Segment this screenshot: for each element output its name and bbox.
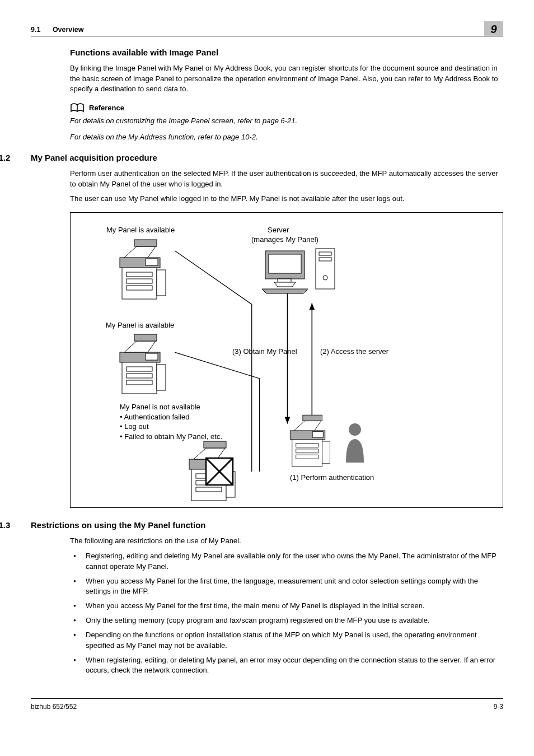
header-left: 9.1 Overview	[31, 25, 83, 35]
svg-rect-12	[269, 254, 301, 273]
list-item: Depending on the functions or option ins…	[70, 630, 503, 651]
diagram-label-available-1: My Panel is available	[106, 225, 175, 236]
svg-rect-46	[303, 415, 322, 421]
para-functions-available: By linking the Image Panel with My Panel…	[70, 63, 503, 95]
svg-rect-18	[122, 361, 157, 394]
list-item: When you access My Panel for the first t…	[70, 576, 503, 598]
header-section-num: 9.1	[31, 26, 40, 34]
svg-rect-10	[157, 270, 166, 296]
reference-header: Reference	[70, 102, 503, 114]
list-item: Only the setting memory (copy program an…	[70, 615, 503, 626]
svg-rect-26	[157, 365, 166, 390]
header-section-title: Overview	[53, 26, 84, 34]
book-open-icon	[70, 102, 85, 114]
diagram-label-available-2: My Panel is available	[106, 320, 174, 331]
svg-rect-13	[278, 279, 291, 282]
section-912: 9.1.2 My Panel acquisition procedure	[31, 152, 503, 169]
svg-marker-8	[124, 246, 156, 258]
svg-marker-45	[294, 421, 321, 431]
svg-rect-34	[204, 441, 226, 448]
diagram-not-available-group: My Panel is not available • Authenticati…	[120, 402, 222, 441]
mfp-x-icon	[184, 438, 240, 507]
svg-rect-25	[134, 334, 157, 341]
svg-marker-1	[309, 304, 315, 310]
svg-rect-47	[322, 441, 330, 464]
heading-912: My Panel acquisition procedure	[31, 152, 503, 164]
diagram-bullet-2: • Log out	[120, 422, 222, 432]
page-footer: bizhub 652/552 9-3	[31, 698, 503, 712]
svg-rect-39	[292, 438, 322, 466]
list-item: When registering, editing, or deleting M…	[70, 655, 503, 676]
section-number-912: 9.1.2	[0, 152, 31, 169]
mfp-icon	[284, 412, 335, 470]
svg-rect-2	[122, 267, 157, 299]
person-icon	[344, 422, 366, 466]
svg-rect-14	[316, 249, 335, 289]
page-header: 9.1 Overview 9	[31, 21, 503, 36]
diagram-label-step2: (2) Access the server	[320, 347, 388, 357]
restrictions-list: Registering, editing and deleting My Pan…	[70, 551, 503, 676]
svg-marker-24	[124, 341, 156, 352]
reference-line-1: For details on customizing the Image Pan…	[70, 116, 503, 127]
footer-page-number: 9-3	[494, 702, 503, 712]
para-912-1: Perform user authentication on the selec…	[70, 169, 503, 190]
mfp-icon	[114, 236, 170, 304]
svg-rect-23	[146, 353, 158, 360]
reference-line-2: For details on the My Address function, …	[70, 132, 503, 143]
section-number-913: 9.1.3	[0, 519, 31, 536]
chapter-number-badge: 9	[484, 21, 503, 36]
diagram-my-panel-flow: My Panel is available Server (manages My…	[70, 212, 503, 508]
heading-913: Restrictions on using the My Panel funct…	[31, 519, 503, 531]
svg-rect-44	[312, 432, 323, 437]
svg-point-48	[349, 423, 361, 436]
mfp-icon	[114, 331, 170, 398]
heading-functions-available: Functions available with Image Panel	[70, 46, 503, 59]
diagram-bullet-1: • Authentication failed	[120, 412, 222, 422]
reference-label: Reference	[89, 103, 124, 114]
svg-rect-9	[134, 240, 157, 246]
list-item: When you access My Panel for the first t…	[70, 601, 503, 612]
list-item: Registering, editing and deleting My Pan…	[70, 551, 503, 572]
diagram-label-step1: (1) Perform authentication	[290, 473, 374, 483]
diagram-label-server-2: (manages My Panel)	[251, 235, 318, 245]
diagram-label-not-available: My Panel is not available	[120, 402, 222, 412]
svg-rect-7	[146, 259, 158, 265]
para-912-2: The user can use My Panel while logged i…	[70, 194, 503, 204]
server-icon	[260, 245, 349, 298]
section-913: 9.1.3 Restrictions on using the My Panel…	[31, 519, 503, 536]
diagram-label-step3: (3) Obtain My Panel	[232, 347, 297, 357]
para-913-intro: The following are restrictions on the us…	[70, 536, 503, 547]
footer-model: bizhub 652/552	[31, 702, 77, 712]
